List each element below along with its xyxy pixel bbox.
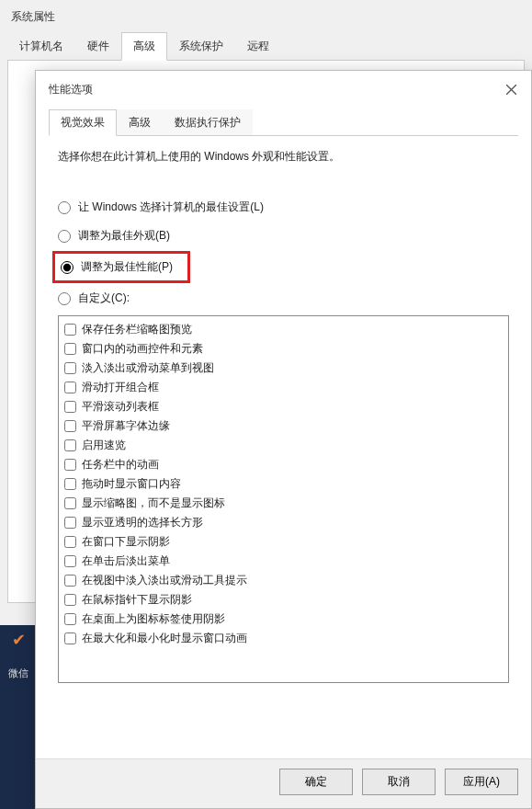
checkbox-2[interactable] xyxy=(64,362,76,374)
radio-input-2[interactable] xyxy=(61,261,74,274)
checkbox-label: 在窗口下显示阴影 xyxy=(82,534,170,550)
checkbox-11[interactable] xyxy=(64,536,76,548)
tab-advanced[interactable]: 高级 xyxy=(117,109,163,135)
checkbox-label: 启用速览 xyxy=(82,438,126,453)
cancel-button[interactable]: 取消 xyxy=(362,769,436,795)
list-item[interactable]: 拖动时显示窗口内容 xyxy=(64,474,503,494)
parent-tab-advanced[interactable]: 高级 xyxy=(121,32,167,61)
checkbox-8[interactable] xyxy=(64,478,76,490)
radio-custom[interactable]: 自定义(C): xyxy=(58,289,509,308)
checkbox-label: 在单击后淡出菜单 xyxy=(82,553,170,569)
dialog-titlebar: 性能选项 xyxy=(36,71,531,104)
checkbox-14[interactable] xyxy=(64,594,76,606)
checkbox-6[interactable] xyxy=(64,439,76,451)
checkbox-12[interactable] xyxy=(64,555,76,567)
checkbox-label: 显示缩略图，而不是显示图标 xyxy=(82,496,225,511)
list-item[interactable]: 保存任务栏缩略图预览 xyxy=(64,320,503,339)
list-item[interactable]: 启用速览 xyxy=(64,436,503,455)
checkbox-1[interactable] xyxy=(64,343,76,355)
checkbox-0[interactable] xyxy=(64,324,76,336)
checkbox-3[interactable] xyxy=(64,382,76,393)
checkbox-16[interactable] xyxy=(64,632,76,644)
radio-group: 让 Windows 选择计算机的最佳设置(L) 调整为最佳外观(B) 调整为最佳… xyxy=(58,198,509,308)
list-item[interactable]: 平滑滚动列表框 xyxy=(64,397,503,416)
checkbox-label: 拖动时显示窗口内容 xyxy=(82,476,181,492)
ok-button[interactable]: 确定 xyxy=(279,769,353,795)
checkbox-13[interactable] xyxy=(64,575,76,587)
list-item[interactable]: 在鼠标指针下显示阴影 xyxy=(64,590,503,610)
highlight-box: 调整为最佳性能(P) xyxy=(52,251,190,283)
taskbar-label[interactable]: 微信 xyxy=(8,667,28,680)
checkbox-label: 显示亚透明的选择长方形 xyxy=(82,515,203,530)
radio-label-3: 自定义(C): xyxy=(78,291,130,306)
close-icon xyxy=(506,85,516,95)
dialog-title: 性能选项 xyxy=(49,82,93,97)
list-item[interactable]: 在视图中淡入淡出或滑动工具提示 xyxy=(64,571,503,590)
radio-input-1[interactable] xyxy=(58,230,71,243)
list-item[interactable]: 在窗口下显示阴影 xyxy=(64,532,503,552)
list-item[interactable]: 在单击后淡出菜单 xyxy=(64,552,503,571)
list-item[interactable]: 显示亚透明的选择长方形 xyxy=(64,513,503,532)
dialog-body: 选择你想在此计算机上使用的 Windows 外观和性能设置。 让 Windows… xyxy=(36,136,531,758)
radio-best-appearance[interactable]: 调整为最佳外观(B) xyxy=(58,226,509,245)
list-item[interactable]: 淡入淡出或滑动菜单到视图 xyxy=(64,359,503,378)
list-item[interactable]: 任务栏中的动画 xyxy=(64,455,503,474)
tab-visual-effects[interactable]: 视觉效果 xyxy=(49,109,117,136)
app-icon[interactable]: ✔ xyxy=(12,630,26,650)
radio-input-0[interactable] xyxy=(58,201,71,214)
checkbox-label: 任务栏中的动画 xyxy=(82,457,159,473)
checkbox-7[interactable] xyxy=(64,459,76,471)
checkbox-label: 平滑滚动列表框 xyxy=(82,399,159,415)
list-item[interactable]: 窗口内的动画控件和元素 xyxy=(64,339,503,359)
apply-button[interactable]: 应用(A) xyxy=(445,769,518,795)
checkbox-9[interactable] xyxy=(64,497,76,509)
checkbox-5[interactable] xyxy=(64,420,76,432)
radio-label-2: 调整为最佳性能(P) xyxy=(81,259,173,275)
close-button[interactable] xyxy=(502,80,520,98)
checkbox-15[interactable] xyxy=(64,613,76,625)
list-item[interactable]: 平滑屏幕字体边缘 xyxy=(64,416,503,436)
dialog-tab-strip: 视觉效果 高级 数据执行保护 xyxy=(49,109,518,136)
radio-let-windows-choose[interactable]: 让 Windows 选择计算机的最佳设置(L) xyxy=(58,198,509,217)
radio-label-1: 调整为最佳外观(B) xyxy=(78,228,170,244)
checkbox-10[interactable] xyxy=(64,517,76,529)
dialog-footer: 确定 取消 应用(A) xyxy=(36,758,531,808)
description-text: 选择你想在此计算机上使用的 Windows 外观和性能设置。 xyxy=(58,149,509,165)
checkbox-label: 窗口内的动画控件和元素 xyxy=(82,341,203,357)
taskbar-strip: ✔ 微信 xyxy=(0,625,37,809)
list-item[interactable]: 滑动打开组合框 xyxy=(64,378,503,397)
parent-window-title: 系统属性 xyxy=(7,7,525,32)
list-item[interactable]: 显示缩略图，而不是显示图标 xyxy=(64,494,503,513)
parent-tab-hardware[interactable]: 硬件 xyxy=(75,32,121,60)
checkbox-label: 平滑屏幕字体边缘 xyxy=(82,418,170,434)
checkbox-label: 滑动打开组合框 xyxy=(82,380,159,395)
checkbox-4[interactable] xyxy=(64,401,76,413)
effects-checklist[interactable]: 保存任务栏缩略图预览 窗口内的动画控件和元素 淡入淡出或滑动菜单到视图 滑动打开… xyxy=(58,315,509,683)
performance-options-dialog: 性能选项 视觉效果 高级 数据执行保护 选择你想在此计算机上使用的 Window… xyxy=(35,70,532,809)
list-item[interactable]: 在最大化和最小化时显示窗口动画 xyxy=(64,629,503,648)
radio-input-3[interactable] xyxy=(58,292,71,305)
parent-tab-computer-name[interactable]: 计算机名 xyxy=(7,32,75,60)
checkbox-label: 在视图中淡入淡出或滑动工具提示 xyxy=(82,573,247,588)
list-item[interactable]: 在桌面上为图标标签使用阴影 xyxy=(64,610,503,629)
parent-tab-system-protection[interactable]: 系统保护 xyxy=(167,32,235,60)
parent-tab-remote[interactable]: 远程 xyxy=(235,32,281,60)
checkbox-label: 淡入淡出或滑动菜单到视图 xyxy=(82,360,214,376)
radio-label-0: 让 Windows 选择计算机的最佳设置(L) xyxy=(78,199,264,215)
checkbox-label: 在鼠标指针下显示阴影 xyxy=(82,592,192,608)
checkbox-label: 在最大化和最小化时显示窗口动画 xyxy=(82,631,247,646)
checkbox-label: 保存任务栏缩略图预览 xyxy=(82,322,192,337)
parent-tab-strip: 计算机名 硬件 高级 系统保护 远程 xyxy=(7,32,525,61)
radio-best-performance[interactable]: 调整为最佳性能(P) xyxy=(55,257,173,277)
checkbox-label: 在桌面上为图标标签使用阴影 xyxy=(82,611,225,627)
tab-dep[interactable]: 数据执行保护 xyxy=(163,109,253,135)
